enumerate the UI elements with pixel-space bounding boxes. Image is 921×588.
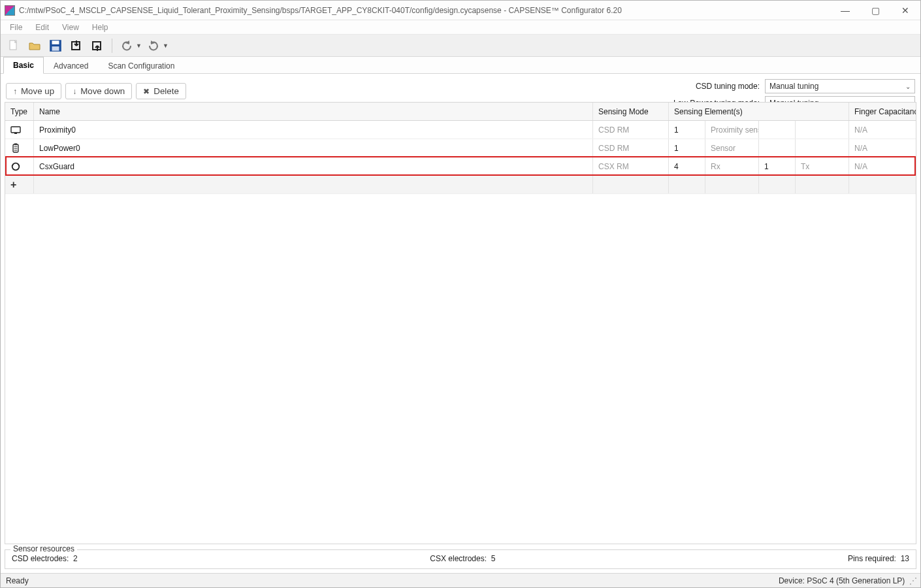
col-finger-capacitance[interactable]: Finger Capacitance (849, 103, 916, 120)
arrow-up-icon: ↑ (13, 87, 17, 96)
csd-electrodes: CSD electrodes: 2 (12, 554, 78, 563)
svg-rect-8 (11, 127, 20, 133)
import-icon[interactable] (67, 37, 86, 55)
arrow-down-icon: ↓ (73, 87, 76, 96)
pins-required: Pins required: 13 (848, 554, 909, 563)
button-icon (5, 157, 34, 175)
col-name[interactable]: Name (34, 103, 593, 120)
tab-advanced[interactable]: Advanced (44, 57, 98, 74)
finger-capacitance[interactable]: N/A (849, 139, 916, 157)
widgets-grid-header: Type Name Sensing Mode Sensing Element(s… (5, 103, 916, 121)
move-down-label: Move down (80, 86, 125, 96)
element-count-2[interactable] (759, 139, 796, 157)
undo-dropdown-caret[interactable]: ▼ (136, 42, 142, 49)
svg-rect-3 (52, 46, 59, 51)
statusbar: Ready Device: PSoC 4 (5th Generation LP)… (1, 573, 920, 587)
delete-label: Delete (154, 86, 179, 96)
plus-icon[interactable]: + (5, 176, 34, 193)
tab-scan-configuration[interactable]: Scan Configuration (98, 57, 184, 74)
element-count-1[interactable]: 1 (669, 121, 705, 139)
sensor-resources-panel: Sensor resources CSD electrodes: 2 CSX e… (5, 549, 916, 569)
tab-basic[interactable]: Basic (3, 57, 44, 74)
app-window: C:/mtw/PSoC_4_MSCLP_CAPSENSE_Liquid_Tole… (0, 0, 921, 588)
sensing-mode[interactable]: CSD RM (593, 139, 669, 157)
svg-point-15 (12, 163, 20, 170)
open-folder-icon[interactable] (25, 37, 44, 55)
x-icon: ✖ (143, 87, 150, 96)
proximity-icon (5, 121, 34, 139)
titlebar: C:/mtw/PSoC_4_MSCLP_CAPSENSE_Liquid_Tole… (1, 1, 920, 20)
element-label-1: Proximity sensor (705, 121, 759, 139)
element-count-1[interactable]: 1 (669, 139, 705, 157)
widgets-grid: Type Name Sensing Mode Sensing Element(s… (5, 102, 916, 544)
col-sensing-elements[interactable]: Sensing Element(s) (669, 103, 849, 120)
redo-icon[interactable] (144, 37, 163, 55)
save-disk-icon[interactable] (46, 37, 65, 55)
element-label-2 (796, 121, 849, 139)
col-type[interactable]: Type (5, 103, 34, 120)
element-count-2[interactable]: 1 (759, 157, 796, 175)
element-label-2: Tx (796, 157, 849, 175)
finger-capacitance[interactable]: N/A (849, 157, 916, 175)
menu-edit[interactable]: Edit (30, 22, 54, 33)
minimize-button[interactable]: — (830, 1, 860, 20)
element-count-2[interactable] (759, 121, 796, 139)
table-row[interactable]: CsxGuardCSX RM4Rx1TxN/A (5, 157, 916, 176)
main-tabstrip: Basic Advanced Scan Configuration (1, 57, 920, 74)
menu-help[interactable]: Help (87, 22, 114, 33)
undo-icon[interactable] (118, 37, 136, 55)
toolbar: ▼ ▼ (1, 35, 920, 57)
move-up-label: Move up (21, 86, 54, 96)
delete-button[interactable]: ✖ Delete (136, 83, 186, 99)
finger-capacitance[interactable]: N/A (849, 121, 916, 139)
svg-rect-9 (14, 133, 17, 134)
csx-electrodes: CSX electrodes: 5 (430, 554, 495, 563)
sensing-mode[interactable]: CSX RM (593, 157, 669, 175)
new-file-icon[interactable] (5, 37, 23, 55)
redo-dropdown-caret[interactable]: ▼ (163, 42, 169, 49)
menu-file[interactable]: File (5, 22, 27, 33)
col-sensing-mode[interactable]: Sensing Mode (593, 103, 669, 120)
element-label-1: Sensor (705, 139, 759, 157)
content-area: CSD tuning mode: Manual tuning ⌄ Low Pow… (1, 74, 920, 573)
sensor-resources-legend: Sensor resources (10, 544, 77, 553)
menubar: File Edit View Help (1, 20, 920, 35)
toolbar-separator (112, 39, 112, 53)
svg-rect-11 (14, 143, 17, 144)
move-up-button[interactable]: ↑ Move up (6, 83, 61, 99)
export-icon[interactable] (88, 37, 106, 55)
table-row[interactable]: Proximity0CSD RM1Proximity sensorN/A (5, 121, 916, 139)
app-icon (5, 5, 15, 16)
widget-name[interactable]: CsxGuard (34, 157, 593, 175)
table-row[interactable]: LowPower0CSD RM1SensorN/A (5, 139, 916, 157)
element-label-2 (796, 139, 849, 157)
resize-grip-icon[interactable]: ⋰ (909, 576, 915, 585)
element-label-1: Rx (705, 157, 759, 175)
window-title: C:/mtw/PSoC_4_MSCLP_CAPSENSE_Liquid_Tole… (19, 6, 830, 15)
status-device: Device: PSoC 4 (5th Generation LP) (779, 576, 905, 585)
lowpower-icon (5, 139, 34, 157)
widget-name[interactable]: LowPower0 (34, 139, 593, 157)
widgets-grid-body: Proximity0CSD RM1Proximity sensorN/ALowP… (5, 121, 916, 544)
menu-view[interactable]: View (57, 22, 84, 33)
close-button[interactable]: ✕ (890, 1, 920, 20)
add-widget-row[interactable]: + (5, 176, 916, 194)
status-left: Ready (6, 576, 29, 585)
svg-rect-2 (52, 41, 59, 44)
widget-name[interactable]: Proximity0 (34, 121, 593, 139)
sensing-mode[interactable]: CSD RM (593, 121, 669, 139)
maximize-button[interactable]: ▢ (860, 1, 890, 20)
element-count-1[interactable]: 4 (669, 157, 705, 175)
move-down-button[interactable]: ↓ Move down (65, 83, 132, 99)
